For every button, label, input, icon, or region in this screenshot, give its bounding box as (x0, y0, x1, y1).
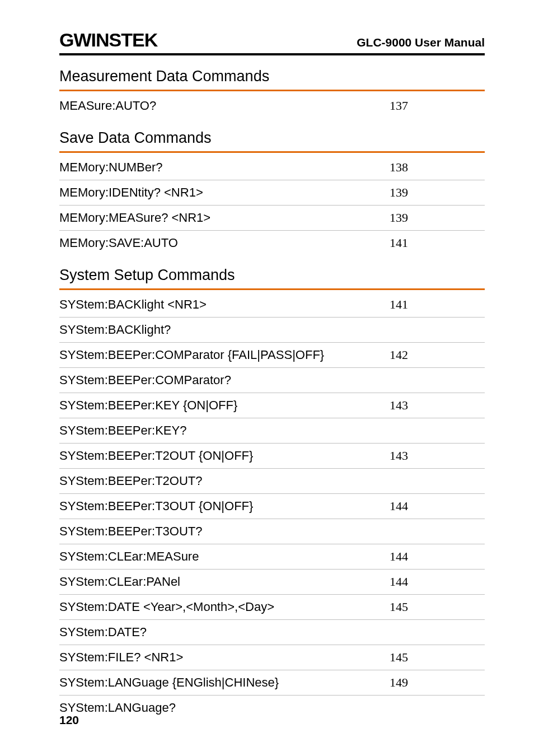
page-cell: 144 (373, 544, 485, 570)
command-cell: SYStem:LANGuage {ENGlish|CHINese} (59, 670, 373, 696)
page-cell (373, 519, 485, 544)
page-cell: 139 (373, 180, 485, 206)
command-cell: SYStem:BEEPer:T2OUT? (59, 469, 373, 494)
command-cell: MEMory:IDENtity? <NR1> (59, 180, 373, 206)
command-cell: SYStem:BEEPer:T3OUT {ON|OFF} (59, 494, 373, 519)
page-cell: 145 (373, 595, 485, 620)
table-row: MEMory:SAVE:AUTO141 (59, 231, 485, 255)
command-cell: SYStem:BEEPer:T2OUT {ON|OFF} (59, 444, 373, 469)
section-title: System Setup Commands (59, 267, 485, 284)
command-cell: SYStem:DATE? (59, 620, 373, 645)
command-table: MEASure:AUTO?137 (59, 94, 485, 118)
table-row: MEMory:NUMBer?138 (59, 155, 485, 180)
command-cell: SYStem:BACKlight <NR1> (59, 292, 373, 318)
command-cell: SYStem:BEEPer:T3OUT? (59, 519, 373, 544)
page-cell: 143 (373, 444, 485, 469)
section-rule (59, 90, 485, 91)
table-row: SYStem:BEEPer:KEY? (59, 418, 485, 444)
page-cell: 139 (373, 206, 485, 231)
page-cell (373, 318, 485, 343)
page-cell: 149 (373, 670, 485, 696)
page-cell: 141 (373, 292, 485, 318)
table-row: SYStem:BEEPer:COMParator? (59, 368, 485, 393)
page-cell: 145 (373, 645, 485, 670)
table-row: SYStem:BEEPer:COMParator {FAIL|PASS|OFF}… (59, 343, 485, 368)
header-rule (59, 53, 485, 55)
page-cell: 143 (373, 393, 485, 418)
page-cell: 142 (373, 343, 485, 368)
table-row: SYStem:LANGuage? (59, 696, 485, 720)
page-cell: 138 (373, 155, 485, 180)
brand-logo: GWINSTEK (59, 29, 157, 51)
command-cell: MEASure:AUTO? (59, 94, 373, 118)
page-number: 120 (59, 713, 79, 727)
brand-text: GWINSTEK (59, 29, 157, 50)
command-cell: SYStem:BEEPer:KEY? (59, 418, 373, 444)
page-cell (373, 368, 485, 393)
section-rule (59, 151, 485, 153)
command-cell: SYStem:BEEPer:COMParator {FAIL|PASS|OFF} (59, 343, 373, 368)
table-row: SYStem:BACKlight <NR1>141 (59, 292, 485, 318)
page-cell: 144 (373, 570, 485, 595)
command-cell: SYStem:LANGuage? (59, 696, 373, 720)
command-cell: SYStem:BEEPer:COMParator? (59, 368, 373, 393)
table-row: SYStem:BEEPer:T3OUT? (59, 519, 485, 544)
command-cell: MEMory:MEASure? <NR1> (59, 206, 373, 231)
page-cell: 141 (373, 231, 485, 255)
table-row: SYStem:LANGuage {ENGlish|CHINese}149 (59, 670, 485, 696)
page-cell (373, 418, 485, 444)
section-rule (59, 288, 485, 290)
table-row: SYStem:BEEPer:T2OUT {ON|OFF}143 (59, 444, 485, 469)
command-cell: SYStem:DATE <Year>,<Month>,<Day> (59, 595, 373, 620)
page-cell: 144 (373, 494, 485, 519)
page-cell (373, 696, 485, 720)
table-row: MEASure:AUTO?137 (59, 94, 485, 118)
command-cell: SYStem:CLEar:MEASure (59, 544, 373, 570)
command-cell: SYStem:BEEPer:KEY {ON|OFF} (59, 393, 373, 418)
page-cell (373, 469, 485, 494)
command-cell: SYStem:FILE? <NR1> (59, 645, 373, 670)
table-row: SYStem:FILE? <NR1>145 (59, 645, 485, 670)
command-cell: MEMory:SAVE:AUTO (59, 231, 373, 255)
table-row: SYStem:DATE <Year>,<Month>,<Day>145 (59, 595, 485, 620)
command-cell: SYStem:CLEar:PANel (59, 570, 373, 595)
table-row: SYStem:DATE? (59, 620, 485, 645)
table-row: SYStem:BEEPer:KEY {ON|OFF}143 (59, 393, 485, 418)
section-title: Measurement Data Commands (59, 68, 485, 85)
section-title: Save Data Commands (59, 129, 485, 147)
command-cell: MEMory:NUMBer? (59, 155, 373, 180)
manual-title: GLC-9000 User Manual (357, 36, 485, 49)
command-table: SYStem:BACKlight <NR1>141SYStem:BACKligh… (59, 292, 485, 720)
page-cell (373, 620, 485, 645)
command-table: MEMory:NUMBer?138MEMory:IDENtity? <NR1>1… (59, 155, 485, 255)
table-row: SYStem:BEEPer:T3OUT {ON|OFF}144 (59, 494, 485, 519)
table-row: SYStem:BEEPer:T2OUT? (59, 469, 485, 494)
table-row: MEMory:IDENtity? <NR1>139 (59, 180, 485, 206)
command-cell: SYStem:BACKlight? (59, 318, 373, 343)
table-row: MEMory:MEASure? <NR1>139 (59, 206, 485, 231)
table-row: SYStem:CLEar:MEASure144 (59, 544, 485, 570)
table-row: SYStem:CLEar:PANel144 (59, 570, 485, 595)
page-cell: 137 (373, 94, 485, 118)
table-row: SYStem:BACKlight? (59, 318, 485, 343)
